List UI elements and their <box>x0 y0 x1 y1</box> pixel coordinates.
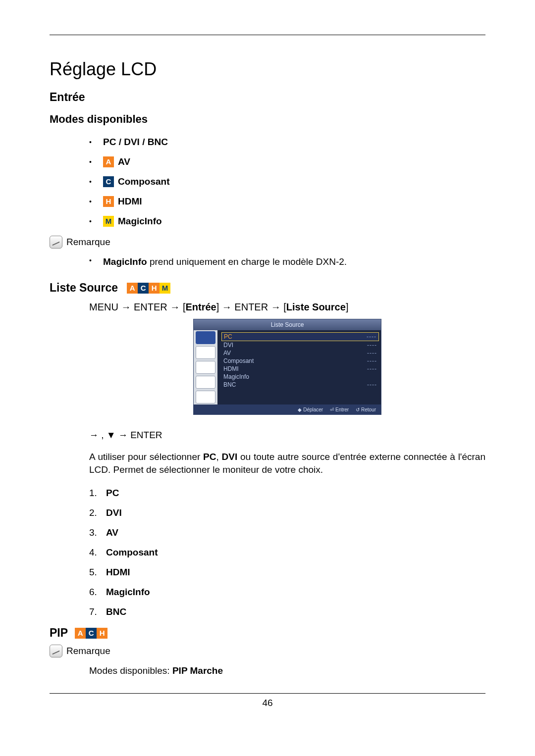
mode-hdmi-label: HDMI <box>118 196 142 207</box>
badge-c-icon: C <box>103 176 114 187</box>
bullet-icon: • <box>89 256 103 267</box>
osd-row: HDMI---- <box>223 365 377 373</box>
mode-composant: • C Composant <box>89 176 485 187</box>
osd-row: BNC---- <box>223 381 377 389</box>
note-label-2: Remarque <box>66 646 110 656</box>
note-item: • MagicInfo prend uniquement en charge l… <box>89 256 485 267</box>
para-pc: PC <box>203 452 216 462</box>
osd-side-icon <box>196 331 215 344</box>
mode-magicinfo-label: MagicInfo <box>118 216 162 227</box>
badge-h-icon: H <box>103 196 114 207</box>
osd-footer: ◆ Déplacer ⏎ Entrer ↺ Retour <box>194 404 381 414</box>
osd-sidebar <box>194 330 217 404</box>
osd-row: PC---- <box>221 332 379 341</box>
osd-main: PC---- DVI---- AV---- Composant---- HDMI… <box>217 330 381 404</box>
badge-m-icon: M <box>160 283 170 294</box>
numlist-item: AV <box>89 527 485 538</box>
mode-composant-label: Composant <box>118 176 170 187</box>
menupath-b1: Entrée <box>185 302 216 312</box>
osd-foot-move: ◆ Déplacer <box>298 407 323 412</box>
pip-row: PIP A C H <box>50 626 485 640</box>
numlist-item: Composant <box>89 547 485 558</box>
osd-row-value: ---- <box>367 381 377 388</box>
pip-heading: PIP <box>50 626 68 640</box>
section-entree: Entrée <box>50 91 485 104</box>
liste-source-row: Liste Source A C H M <box>50 281 485 295</box>
modes-line-prefix: Modes disponibles: <box>89 665 172 676</box>
badge-a-icon: A <box>103 156 114 167</box>
note-prefix: MagicInfo <box>103 256 147 267</box>
mode-magicinfo: • M MagicInfo <box>89 216 485 227</box>
note-rest: prend uniquement en charge le modèle DXN… <box>147 256 347 267</box>
badge-c-icon: C <box>138 283 149 294</box>
badge-a-icon: A <box>127 283 138 294</box>
bullet-icon: • <box>89 217 103 225</box>
osd-row-label: DVI <box>223 342 233 349</box>
badge-c-icon: C <box>86 628 97 639</box>
bullet-icon: • <box>89 178 103 186</box>
osd-row-value: ---- <box>367 365 377 372</box>
note-icon <box>50 236 62 249</box>
osd-row: AV---- <box>223 349 377 357</box>
mode-pc-label: PC / DVI / BNC <box>103 137 168 148</box>
mode-av-label: AV <box>118 156 130 167</box>
bullet-icon: • <box>89 158 103 166</box>
description-paragraph: A utiliser pour sélectionner PC, DVI ou … <box>89 451 485 476</box>
osd-row-label: MagicInfo <box>223 373 249 380</box>
note-label: Remarque <box>66 237 110 248</box>
osd-row-label: HDMI <box>223 365 239 372</box>
osd-body: PC---- DVI---- AV---- Composant---- HDMI… <box>194 330 381 404</box>
osd-row-value: ---- <box>367 333 376 340</box>
osd-row: Composant---- <box>223 357 377 365</box>
numlist-item: DVI <box>89 507 485 518</box>
numlist-item: MagicInfo <box>89 587 485 598</box>
badge-m-icon: M <box>103 216 114 227</box>
osd-foot-return: ↺ Retour <box>356 407 376 412</box>
osd-row-value: ---- <box>367 342 377 349</box>
post-arrow-line: → , ▼ → ENTER <box>89 430 485 441</box>
badge-a-icon: A <box>75 628 86 639</box>
para-dvi: DVI <box>222 452 238 462</box>
modes-list: • PC / DVI / BNC • A AV • C Composant • … <box>89 137 485 227</box>
osd-side-icon <box>196 346 215 359</box>
numlist-item: BNC <box>89 606 485 617</box>
badge-h-icon: H <box>149 283 160 294</box>
badge-strip: A C H M <box>127 283 170 294</box>
osd-row-label: PC <box>224 333 232 340</box>
modes-line-bold: PIP Marche <box>172 665 223 676</box>
bottom-rule <box>50 693 485 694</box>
osd-screenshot: Liste Source PC---- DVI---- AV---- Compo… <box>89 319 485 415</box>
bullet-icon: • <box>89 138 103 146</box>
page-title: Réglage LCD <box>50 59 485 80</box>
menupath-p2: ] → ENTER → [ <box>216 302 286 312</box>
top-rule <box>50 35 485 35</box>
osd-side-icon <box>196 376 215 389</box>
menupath-b2: Liste Source <box>286 302 346 312</box>
source-num-list: PC DVI AV Composant HDMI MagicInfo BNC <box>89 488 485 617</box>
note-list: • MagicInfo prend uniquement en charge l… <box>89 256 485 267</box>
osd-row-label: Composant <box>223 357 254 364</box>
mode-hdmi: • H HDMI <box>89 196 485 207</box>
mode-pc: • PC / DVI / BNC <box>89 137 485 148</box>
menupath-p1: MENU → ENTER → [ <box>89 302 185 312</box>
page-number: 46 <box>50 698 485 708</box>
note-row-2: Remarque <box>50 645 485 657</box>
para-sep: , <box>216 452 222 462</box>
mode-av: • A AV <box>89 156 485 167</box>
para-prefix: A utiliser pour sélectionner <box>89 452 203 462</box>
badge-strip: A C H <box>75 628 107 639</box>
osd-row-label: AV <box>223 350 231 356</box>
osd-foot-enter: ⏎ Entrer <box>330 407 349 412</box>
osd-side-icon <box>196 361 215 374</box>
modes-line: Modes disponibles: PIP Marche <box>89 665 485 676</box>
osd-title: Liste Source <box>194 319 381 330</box>
osd-row-value: ---- <box>367 357 377 364</box>
numlist-item: HDMI <box>89 567 485 578</box>
menu-path: MENU → ENTER → [Entrée] → ENTER → [Liste… <box>89 302 485 313</box>
menupath-p3: ] <box>346 302 349 312</box>
osd-row: DVI---- <box>223 341 377 349</box>
note-row: Remarque <box>50 236 485 249</box>
osd-row-label: BNC <box>223 381 236 388</box>
bullet-icon: • <box>89 198 103 205</box>
modes-heading: Modes disponibles <box>50 113 485 126</box>
